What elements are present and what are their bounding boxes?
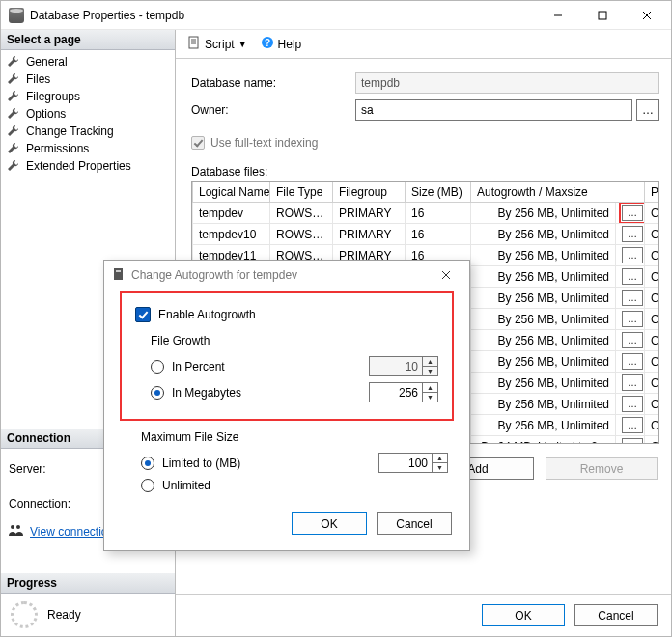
autogrowth-edit-button[interactable]: … bbox=[622, 311, 643, 327]
table-row[interactable]: tempdev10ROWS…PRIMARY16By 256 MB, Unlimi… bbox=[193, 224, 660, 245]
svg-rect-12 bbox=[114, 268, 123, 280]
view-connection-link[interactable]: View connection bbox=[30, 525, 114, 539]
dbname-field bbox=[355, 72, 659, 94]
autogrowth-edit-button[interactable]: … bbox=[622, 417, 643, 433]
unlimited-radio[interactable] bbox=[141, 479, 154, 492]
modal-ok-button[interactable]: OK bbox=[292, 512, 367, 535]
wrench-icon bbox=[7, 159, 20, 173]
wrench-icon bbox=[7, 55, 20, 69]
svg-point-4 bbox=[11, 525, 14, 529]
dialog-close-button[interactable] bbox=[427, 261, 465, 290]
dialog-icon bbox=[112, 267, 126, 284]
chevron-down-icon: ▼ bbox=[423, 367, 437, 375]
svg-rect-13 bbox=[116, 270, 121, 272]
wrench-icon bbox=[7, 72, 20, 86]
autogrowth-edit-button[interactable]: … bbox=[622, 268, 643, 285]
page-item-change-tracking[interactable]: Change Tracking bbox=[3, 123, 173, 140]
col-logical[interactable]: Logical Name bbox=[193, 182, 270, 203]
page-item-filegroups[interactable]: Filegroups bbox=[3, 88, 173, 105]
owner-field[interactable] bbox=[355, 99, 632, 121]
svg-point-5 bbox=[16, 525, 20, 529]
limited-label: Limited to (MB) bbox=[162, 457, 240, 470]
dropdown-icon: ▼ bbox=[238, 40, 247, 49]
svg-rect-1 bbox=[599, 12, 606, 19]
minimize-button[interactable] bbox=[536, 1, 580, 29]
highlighted-section: Enable Autogrowth File Growth In Percent… bbox=[120, 291, 454, 421]
percent-radio[interactable] bbox=[151, 360, 164, 374]
files-label: Database files: bbox=[191, 165, 659, 179]
autogrowth-dialog: Change Autogrowth for tempdev Enable Aut… bbox=[103, 260, 470, 551]
ok-button[interactable]: OK bbox=[482, 604, 565, 626]
owner-browse-button[interactable]: … bbox=[636, 99, 659, 121]
autogrowth-edit-button[interactable]: … bbox=[622, 247, 643, 263]
wrench-icon bbox=[7, 125, 20, 138]
autogrowth-edit-button[interactable]: … bbox=[622, 226, 643, 242]
autogrowth-edit-button[interactable]: … bbox=[622, 353, 643, 370]
database-properties-window: Database Properties - tempdb Select a pa… bbox=[0, 0, 672, 637]
people-icon bbox=[9, 524, 24, 539]
autogrowth-edit-button[interactable]: … bbox=[622, 438, 643, 444]
col-autogrowth[interactable]: Autogrowth / Maxsize bbox=[471, 182, 645, 203]
window-title: Database Properties - tempdb bbox=[30, 9, 536, 22]
progress-status: Ready bbox=[47, 608, 81, 622]
chevron-up-icon: ▲ bbox=[433, 454, 447, 463]
chevron-up-icon: ▲ bbox=[423, 383, 437, 393]
pages-list: GeneralFilesFilegroupsOptionsChange Trac… bbox=[1, 50, 175, 178]
cancel-button[interactable]: Cancel bbox=[574, 604, 658, 626]
wrench-icon bbox=[7, 142, 20, 155]
limited-radio[interactable] bbox=[141, 457, 154, 470]
script-icon bbox=[187, 36, 201, 52]
chevron-up-icon: ▲ bbox=[423, 357, 437, 367]
col-filetype[interactable]: File Type bbox=[270, 182, 333, 203]
megabytes-label: In Megabytes bbox=[172, 386, 241, 400]
chevron-down-icon: ▼ bbox=[423, 393, 437, 402]
toolbar: Script ▼ ? Help bbox=[176, 30, 671, 59]
dbname-label: Database name: bbox=[191, 76, 355, 90]
titlebar: Database Properties - tempdb bbox=[1, 1, 671, 30]
svg-rect-6 bbox=[189, 37, 198, 48]
page-item-general[interactable]: General bbox=[3, 53, 173, 70]
page-item-extended-properties[interactable]: Extended Properties bbox=[3, 157, 173, 175]
limited-spinner[interactable]: ▲▼ bbox=[378, 453, 448, 473]
chevron-down-icon: ▼ bbox=[433, 463, 447, 472]
autogrowth-edit-button[interactable]: … bbox=[622, 396, 643, 412]
autogrowth-edit-button[interactable]: … bbox=[622, 290, 643, 306]
table-row[interactable]: tempdevROWS…PRIMARY16By 256 MB, Unlimite… bbox=[193, 203, 660, 224]
wrench-icon bbox=[7, 107, 20, 121]
percent-label: In Percent bbox=[172, 360, 225, 374]
filegrowth-label: File Growth bbox=[151, 334, 438, 347]
col-path[interactable]: Path bbox=[645, 182, 660, 203]
owner-label: Owner: bbox=[191, 103, 355, 117]
col-filegroup[interactable]: Filegroup bbox=[333, 182, 406, 203]
help-icon: ? bbox=[261, 36, 274, 52]
percent-spinner: ▲▼ bbox=[369, 356, 438, 376]
fulltext-checkbox bbox=[191, 136, 205, 150]
pages-header: Select a page bbox=[1, 30, 175, 50]
modal-cancel-button[interactable]: Cancel bbox=[377, 512, 452, 535]
help-label: Help bbox=[278, 38, 302, 51]
remove-button[interactable]: Remove bbox=[546, 457, 658, 480]
autogrowth-edit-button[interactable]: … bbox=[622, 205, 643, 221]
dialog-title: Change Autogrowth for tempdev bbox=[131, 268, 427, 282]
enable-autogrowth-label: Enable Autogrowth bbox=[158, 308, 256, 321]
svg-text:?: ? bbox=[265, 38, 270, 48]
col-size[interactable]: Size (MB) bbox=[406, 182, 471, 203]
page-item-options[interactable]: Options bbox=[3, 105, 173, 123]
maximize-button[interactable] bbox=[580, 1, 625, 29]
megabytes-radio[interactable] bbox=[151, 386, 164, 400]
megabytes-spinner[interactable]: ▲▼ bbox=[369, 382, 438, 402]
maxsize-label: Maximum File Size bbox=[141, 430, 448, 444]
enable-autogrowth-checkbox[interactable] bbox=[135, 307, 151, 322]
dialog-footer: OK Cancel bbox=[176, 594, 671, 636]
script-label: Script bbox=[205, 38, 235, 51]
progress-header: Progress bbox=[1, 573, 175, 594]
page-item-permissions[interactable]: Permissions bbox=[3, 140, 173, 157]
progress-spinner-icon bbox=[11, 601, 38, 628]
page-item-files[interactable]: Files bbox=[3, 70, 173, 88]
autogrowth-edit-button[interactable]: … bbox=[622, 332, 643, 348]
close-button[interactable] bbox=[625, 1, 669, 29]
wrench-icon bbox=[7, 90, 20, 103]
autogrowth-edit-button[interactable]: … bbox=[622, 374, 643, 391]
script-button[interactable]: Script ▼ bbox=[183, 34, 251, 54]
help-button[interactable]: ? Help bbox=[257, 34, 306, 54]
